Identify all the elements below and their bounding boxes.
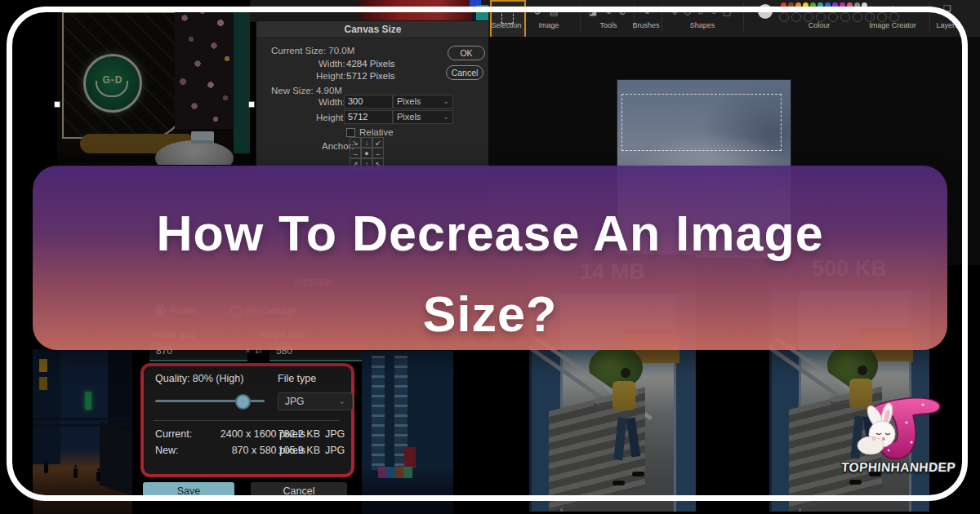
chevron-down-icon: ⌄	[443, 95, 449, 108]
color-swatch[interactable]	[825, 2, 831, 8]
color-swatch[interactable]	[781, 2, 786, 8]
file-type-select[interactable]: JPG⌄	[278, 392, 353, 410]
color-swatch[interactable]	[847, 2, 853, 8]
new-size-label: New Size: 4.90M	[271, 86, 342, 95]
marching-ants-selection[interactable]	[621, 94, 782, 151]
width-unit-select[interactable]: Pixels⌄	[393, 95, 453, 109]
file-type-label: File type	[278, 373, 316, 384]
image-grid-icon[interactable]: ▤	[550, 7, 558, 17]
chevron-down-icon: ⌄	[339, 393, 345, 410]
magnifier-icon[interactable]: ⊕	[618, 7, 626, 17]
toolbar-group-label: Layers	[936, 21, 958, 29]
color-swatch-empty[interactable]	[853, 12, 862, 22]
current-row-format: JPG	[325, 428, 345, 440]
new-row-size: 105.9 KB	[273, 445, 320, 456]
toolbar-group-selection[interactable]	[490, 0, 526, 38]
layers-icon[interactable]: ❏	[943, 3, 951, 14]
color-swatch[interactable]	[817, 2, 823, 8]
page-title: How To Decrease An ImageSize?	[33, 193, 947, 355]
anchor-arrow[interactable]: ←	[372, 148, 384, 158]
width-label: Width:	[318, 59, 345, 69]
height-unit-select[interactable]: Pixels⌄	[393, 110, 453, 124]
cancel-button[interactable]: Cancel	[446, 65, 483, 80]
current-height-value: 5712 Pixels	[346, 71, 394, 81]
mascot-bunny-icon	[841, 395, 951, 463]
eraser-icon[interactable]: ◪	[589, 7, 597, 17]
current-row-size: 782.2 KB	[273, 428, 320, 440]
brush-icon[interactable]: ✎	[642, 7, 649, 17]
circle-shape-icon[interactable]: ○	[711, 7, 717, 16]
color-swatch-empty[interactable]	[877, 12, 887, 22]
foreground-color-circle[interactable]	[758, 4, 773, 19]
teal-swatch	[476, 5, 489, 22]
color-swatch-empty[interactable]	[816, 12, 826, 22]
new-height-input[interactable]: 5712	[344, 110, 393, 124]
square-shape-icon[interactable]: ▢	[723, 7, 731, 17]
selection-handle-left[interactable]	[54, 101, 60, 108]
color-swatch-empty[interactable]	[865, 12, 875, 22]
selection-handle-right[interactable]	[248, 101, 255, 108]
night-street-photo-center	[362, 351, 453, 514]
cafe-photo: G-D	[57, 7, 250, 165]
color-swatch-empty[interactable]	[828, 12, 838, 22]
color-swatch[interactable]	[862, 2, 867, 8]
color-swatch[interactable]	[840, 2, 845, 8]
toolbar-group-label: Brushes	[632, 21, 659, 29]
quality-panel: Quality: 80% (High) File type JPG⌄ Curre…	[140, 363, 354, 477]
color-swatch-empty[interactable]	[889, 12, 899, 22]
toolbar-group-label: Tools	[599, 21, 617, 29]
red-image-thumbnail	[359, 0, 472, 22]
toolbar-group-label: Selection	[491, 21, 521, 29]
height-label: Height:	[316, 71, 345, 81]
night-street-photo-left	[33, 349, 132, 514]
anchor-arrow[interactable]: ↓	[361, 137, 372, 148]
anchor-arrow[interactable]: ↙	[372, 137, 384, 148]
color-swatch[interactable]	[803, 2, 808, 8]
color-swatch-empty[interactable]	[779, 12, 789, 22]
ok-button[interactable]: OK	[448, 46, 485, 60]
quality-label: Quality: 80% (High)	[155, 373, 243, 384]
pencil-icon[interactable]: ✎	[604, 7, 611, 17]
paint-toolbar: Selection ⚙ ▤ Image ◪ ✎ ⊕ Tools ✎ Brushe…	[488, 0, 980, 38]
brand-logo: TOPHINHANHDEP	[841, 395, 951, 480]
color-swatch[interactable]	[832, 2, 838, 8]
photoshop-top-strip	[250, 0, 488, 22]
star-shape-icon[interactable]: ☆	[697, 7, 705, 17]
new-row-format: JPG	[325, 445, 345, 456]
divider	[154, 420, 340, 421]
title-banner: How To Decrease An ImageSize?	[33, 166, 947, 350]
new-row-name: New:	[155, 445, 178, 456]
color-swatch[interactable]	[854, 2, 860, 8]
toolbar-group-label: Image Creator	[869, 21, 916, 29]
brand-logo-text: TOPHINHANHDEP	[840, 460, 951, 475]
toolbar-group-label: Shapes	[690, 21, 715, 29]
gear-icon[interactable]: ⚙	[533, 7, 541, 17]
current-width-value: 4284 Pixels	[346, 59, 394, 69]
color-swatch-empty[interactable]	[804, 12, 813, 22]
canvas-size-dialog: Canvas Size Current Size: 70.0M Width: 4…	[256, 20, 490, 175]
color-swatch[interactable]	[788, 2, 794, 8]
quality-slider-handle[interactable]	[235, 394, 251, 410]
current-size-label: Current Size: 70.0M	[271, 46, 354, 55]
color-swatch-empty[interactable]	[840, 12, 850, 22]
relative-checkbox[interactable]	[346, 128, 355, 137]
anchor-arrow[interactable]: →	[350, 148, 361, 158]
new-width-input[interactable]: 300	[344, 95, 393, 109]
page: G-D Canvas Size Current Size: 70.0M Widt…	[0, 0, 980, 514]
current-row-name: Current:	[155, 428, 192, 440]
toolbar-group-label: Colour	[808, 21, 831, 29]
anchor-arrow[interactable]: ●	[361, 148, 372, 158]
color-swatch[interactable]	[795, 2, 801, 8]
chevron-down-icon: ⌄	[443, 111, 449, 123]
cancel-button[interactable]: Cancel	[251, 482, 347, 501]
new-height-label: Height:	[316, 113, 345, 122]
dialog-title: Canvas Size	[256, 21, 489, 38]
new-width-label: Width:	[318, 97, 345, 107]
anchor-arrow[interactable]: ↘	[350, 137, 361, 148]
color-swatch-empty[interactable]	[791, 12, 801, 22]
anchor-grid[interactable]: ↘ ↓ ↙ → ● ← ↗ ↑ ↖	[350, 137, 384, 169]
diamond-shape-icon[interactable]: ◇	[684, 7, 691, 17]
save-button[interactable]: Save	[143, 482, 234, 501]
fill-icon[interactable]: ⇩	[670, 7, 678, 17]
color-swatch[interactable]	[810, 2, 816, 8]
